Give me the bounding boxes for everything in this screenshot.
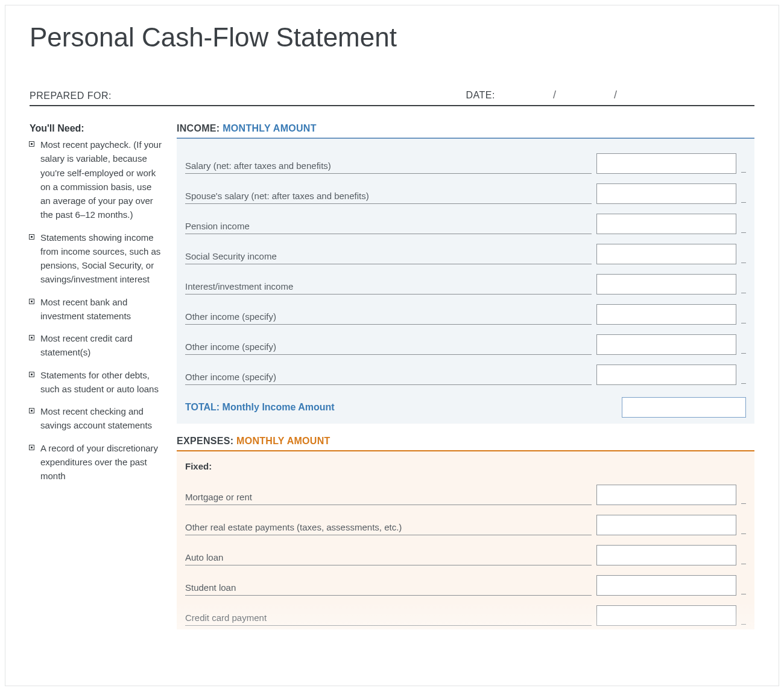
- expense-amount-input[interactable]: [596, 605, 736, 626]
- row-trail: [741, 172, 746, 173]
- sidebar-item: Most recent paycheck. (If your salary is…: [30, 138, 162, 222]
- row-trail: [741, 263, 746, 263]
- row-trail: [741, 503, 746, 504]
- income-panel: Salary (net: after taxes and benefits) S…: [177, 139, 754, 424]
- meta-row: PREPARED FOR: DATE: / /: [30, 89, 754, 106]
- expense-amount-input[interactable]: [596, 515, 736, 535]
- income-row: Other income (specify): [177, 295, 754, 325]
- expense-row-label: Auto loan: [185, 552, 592, 565]
- income-row: Other income (specify): [177, 325, 754, 355]
- expense-amount-input[interactable]: [596, 575, 736, 596]
- income-amount-input[interactable]: [596, 274, 736, 295]
- expense-row-label: Credit card payment: [185, 613, 592, 626]
- income-row-label: Spouse's salary (net: after taxes and be…: [185, 191, 592, 204]
- expenses-heading-accent: MONTHLY AMOUNT: [236, 436, 330, 446]
- income-row: Pension income: [177, 204, 754, 234]
- row-trail: [741, 533, 746, 534]
- income-row-label: Social Security income: [185, 251, 592, 264]
- sidebar-title: You'll Need: [30, 123, 81, 133]
- expense-row-label: Student loan: [185, 582, 592, 596]
- expense-amount-input[interactable]: [596, 485, 736, 505]
- date-separator: /: [614, 89, 617, 101]
- row-trail: [741, 293, 746, 293]
- income-row: Interest/investment income: [177, 264, 754, 295]
- income-total-row: TOTAL: Monthly Income Amount: [177, 385, 754, 420]
- row-trail: [741, 594, 746, 594]
- sidebar-title-suffix: :: [81, 123, 84, 133]
- date-label: DATE:: [466, 90, 495, 101]
- prepared-for-label: PREPARED FOR:: [30, 91, 112, 101]
- sidebar-item: A record of your discre­tionary expendit…: [30, 441, 162, 483]
- income-row-label: Salary (net: after taxes and benefits): [185, 161, 592, 174]
- income-total-label: TOTAL: Monthly Income Amount: [185, 402, 617, 413]
- income-row: Spouse's salary (net: after taxes and be…: [177, 174, 754, 204]
- expense-row-label: Mortgage or rent: [185, 492, 592, 505]
- row-trail: [741, 232, 746, 233]
- content-area: INCOME: MONTHLY AMOUNT Salary (net: afte…: [177, 123, 754, 629]
- income-row-label: Pension income: [185, 221, 592, 234]
- expense-row: Student loan: [177, 565, 754, 596]
- income-row: Social Security income: [177, 234, 754, 264]
- page-title: Personal Cash-Flow Statement: [30, 22, 754, 53]
- income-row: Salary (net: after taxes and benefits): [177, 141, 754, 174]
- sidebar-item: Most recent credit card statement(s): [30, 331, 162, 360]
- row-trail: [741, 323, 746, 323]
- income-amount-input[interactable]: [596, 304, 736, 325]
- income-row-label: Other income (specify): [185, 311, 592, 325]
- row-trail: [741, 383, 746, 384]
- expense-row: Auto loan: [177, 535, 754, 565]
- expenses-panel: Fixed: Mortgage or rent Other real estat…: [177, 451, 754, 629]
- date-separator: /: [553, 89, 556, 101]
- income-row-label: Other income (specify): [185, 372, 592, 385]
- income-amount-input[interactable]: [596, 365, 736, 385]
- row-trail: [741, 624, 746, 625]
- row-trail: [741, 202, 746, 203]
- income-heading-accent: MONTHLY AMOUNT: [223, 123, 317, 133]
- row-trail: [741, 564, 746, 564]
- income-total-input[interactable]: [622, 397, 746, 418]
- page-frame: Personal Cash-Flow Statement PREPARED FO…: [5, 5, 779, 686]
- income-heading-lead: INCOME:: [177, 123, 220, 133]
- income-row: Other income (specify): [177, 355, 754, 385]
- sidebar-item: Statements showing income from income so…: [30, 231, 162, 287]
- expenses-fixed-subheading: Fixed:: [177, 454, 754, 475]
- expenses-heading: EXPENSES: MONTHLY AMOUNT: [177, 436, 754, 447]
- income-amount-input[interactable]: [596, 244, 736, 264]
- sidebar-item: Most recent bank and investment statemen…: [30, 295, 162, 323]
- sidebar-youll-need: You'll Need: Most recent paycheck. (If y…: [30, 123, 162, 629]
- row-trail: [741, 353, 746, 354]
- sidebar-item: Most recent checking and savings account…: [30, 404, 162, 433]
- expense-row: Credit card payment: [177, 596, 754, 626]
- expenses-heading-lead: EXPENSES:: [177, 436, 233, 446]
- income-amount-input[interactable]: [596, 153, 736, 174]
- expense-amount-input[interactable]: [596, 545, 736, 565]
- sidebar-item: Statements for other debts, such as stud…: [30, 368, 162, 396]
- income-row-label: Other income (specify): [185, 342, 592, 355]
- expense-row: Mortgage or rent: [177, 475, 754, 505]
- expense-row-label: Other real estate payments (taxes, asses…: [185, 522, 592, 535]
- income-amount-input[interactable]: [596, 334, 736, 355]
- income-amount-input[interactable]: [596, 214, 736, 234]
- income-amount-input[interactable]: [596, 183, 736, 204]
- income-heading: INCOME: MONTHLY AMOUNT: [177, 123, 754, 134]
- expense-row: Other real estate payments (taxes, asses…: [177, 505, 754, 535]
- income-row-label: Interest/investment income: [185, 281, 592, 295]
